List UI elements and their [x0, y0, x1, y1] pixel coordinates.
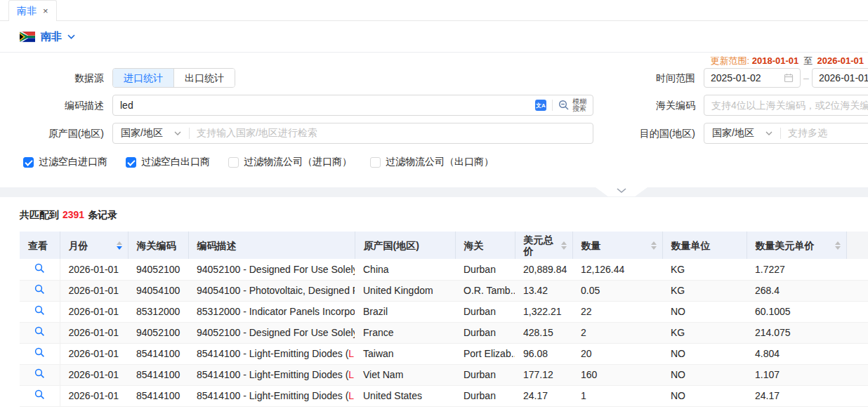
view-row-button[interactable] [20, 343, 60, 364]
update-range: 更新范围: 2018-01-01 至 2026-01-01 [711, 55, 864, 67]
tab-bar: 南非 × [0, 0, 868, 21]
view-row-button[interactable] [20, 322, 60, 343]
view-row-button[interactable] [20, 259, 60, 280]
cell-unit_price: 60.1005 [747, 301, 846, 322]
checkbox-filter-blank-importer[interactable]: 过滤空白进口商 [23, 156, 107, 168]
cell-unit: KG [662, 322, 747, 343]
country-header: 南非 [0, 21, 868, 53]
search-icon[interactable] [34, 326, 45, 337]
table-header-row: 查看月份海关编码编码描述原产国(地区)海关美元总价数量数量单位数量美元单价 [20, 232, 868, 259]
cell-unit_price: 4.804 [747, 343, 846, 364]
cell-hs: 94052100 [128, 322, 188, 343]
sort-control[interactable] [117, 241, 122, 250]
code-desc-field: 文A 模糊 搜索 [112, 95, 593, 116]
fuzzy-search-label: 模糊 搜索 [572, 98, 586, 112]
search-icon[interactable] [34, 347, 45, 358]
results-table: 查看月份海关编码编码描述原产国(地区)海关美元总价数量数量单位数量美元单价 20… [20, 232, 868, 407]
cell-desc: 94052100 - Designed For Use Solely... [188, 322, 355, 343]
view-row-button[interactable] [20, 385, 60, 406]
cell-customs: Durban [455, 322, 515, 343]
date-range-separator: – [803, 68, 809, 88]
cell-usd: 428.15 [515, 322, 572, 343]
zoom-out-icon [558, 100, 570, 111]
cell-origin: Taiwan [355, 343, 455, 364]
view-row-button[interactable] [20, 280, 60, 301]
search-icon[interactable] [34, 263, 45, 274]
date-end-input[interactable]: 2026-01-01 [812, 68, 868, 88]
view-row-button[interactable] [20, 364, 60, 385]
date-start-input[interactable]: 2025-01-02 [704, 68, 801, 88]
table-row: 2026-01-019405210094052100 - Designed Fo… [20, 259, 868, 280]
south-africa-flag-icon [20, 32, 35, 42]
cell-hs: 94054100 [128, 280, 188, 301]
tab-title: 南非 [17, 5, 37, 18]
translate-icon[interactable]: 文A [535, 100, 546, 111]
tab-import-stats[interactable]: 进口统计 [113, 69, 173, 87]
sort-control[interactable] [561, 241, 567, 250]
cell-customs: Durban [455, 385, 515, 406]
chevron-down-icon[interactable] [67, 34, 75, 39]
cell-unit: KG [662, 280, 747, 301]
cell-month: 2026-01-01 [60, 259, 128, 280]
update-range-end: 2026-01-01 [817, 55, 864, 66]
code-desc-label: 编码描述 [0, 95, 104, 116]
column-header-usd[interactable]: 美元总价 [515, 232, 572, 259]
dest-country-search-input[interactable]: 支持多选 [781, 127, 827, 140]
dest-country-select[interactable]: 国家/地区 [704, 127, 780, 140]
checkbox[interactable] [228, 157, 239, 168]
cell-usd: 24.17 [515, 385, 572, 406]
column-header-view: 查看 [20, 232, 60, 259]
cell-qty: 12,126.44 [572, 259, 662, 280]
cell-hs: 94052100 [128, 259, 188, 280]
search-icon[interactable] [34, 389, 45, 400]
cell-hs: 85414100 [128, 364, 188, 385]
search-icon[interactable] [34, 284, 45, 295]
checkbox[interactable] [126, 157, 136, 168]
cell-month: 2026-01-01 [60, 364, 128, 385]
tab-export-stats[interactable]: 出口统计 [173, 69, 235, 87]
column-header-desc: 编码描述 [188, 232, 355, 259]
checkbox-filter-blank-exporter[interactable]: 过滤空白出口商 [126, 156, 210, 168]
column-header-month[interactable]: 月份 [60, 232, 128, 259]
origin-country-select[interactable]: 国家/地区 [113, 127, 189, 140]
results-panel: 共匹配到2391条记录 查看月份海关编码编码描述原产国(地区)海关美元总价数量数… [0, 197, 868, 408]
sort-control[interactable] [835, 241, 841, 250]
calendar-icon [784, 73, 794, 83]
cell-extra [846, 364, 868, 385]
cell-desc: 85414100 - Light-Emitting Diodes (L... [188, 364, 355, 385]
cell-unit_price: 1.107 [747, 364, 846, 385]
checkbox[interactable] [23, 157, 34, 168]
date-start-value: 2025-01-02 [711, 72, 761, 83]
checkbox-filter-logistics-importer[interactable]: 过滤物流公司（进口商） [228, 156, 352, 168]
record-count: 2391 [63, 209, 84, 220]
cell-month: 2026-01-01 [60, 301, 128, 322]
update-range-start: 2018-01-01 [752, 55, 799, 66]
fuzzy-search-button[interactable]: 模糊 搜索 [558, 98, 593, 112]
table-row: 2026-01-018541410085414100 - Light-Emitt… [20, 364, 868, 385]
checkbox-filter-logistics-exporter[interactable]: 过滤物流公司（出口商） [370, 156, 494, 168]
close-icon[interactable]: × [43, 6, 48, 15]
tab-south-africa[interactable]: 南非 × [8, 0, 57, 21]
table-body: 2026-01-019405210094052100 - Designed Fo… [20, 259, 868, 406]
search-icon[interactable] [34, 305, 45, 316]
code-desc-input[interactable] [113, 100, 535, 111]
hs-code-field [704, 95, 868, 116]
update-range-to: 至 [803, 55, 813, 66]
hs-code-input[interactable] [704, 100, 868, 111]
cell-extra [846, 322, 868, 343]
origin-country-label: 原产国(地区) [0, 123, 104, 144]
column-header-qty[interactable]: 数量 [572, 232, 662, 259]
sort-control[interactable] [651, 241, 657, 250]
origin-country-search-input[interactable]: 支持输入国家/地区进行检索 [190, 127, 317, 140]
cell-usd: 96.08 [515, 343, 572, 364]
view-row-button[interactable] [20, 301, 60, 322]
search-icon[interactable] [34, 368, 45, 379]
cell-desc: 94052100 - Designed For Use Solely... [188, 259, 355, 280]
cell-extra [846, 385, 868, 406]
cell-origin: Brazil [355, 301, 455, 322]
checkbox[interactable] [370, 157, 381, 168]
cell-usd: 177.12 [515, 364, 572, 385]
date-end-value: 2026-01-01 [819, 72, 868, 83]
cell-qty: 22 [572, 301, 662, 322]
column-header-unit_price[interactable]: 数量美元单价 [747, 232, 846, 259]
